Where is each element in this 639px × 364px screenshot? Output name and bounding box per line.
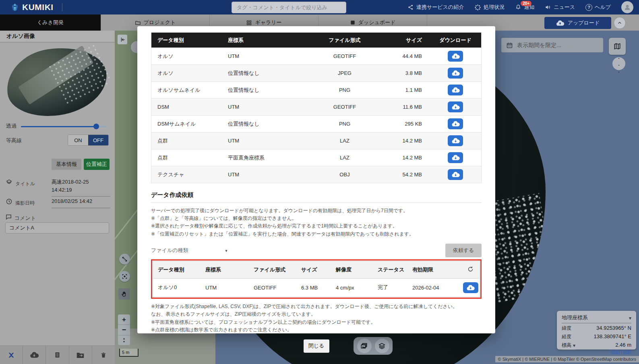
tab-label: くみき開発 [37,19,64,26]
cell-format: PNG [308,121,381,127]
col-data-type: データ種別 [153,266,201,273]
folder-export-icon [76,352,85,359]
kumiki-gem-icon [10,3,19,12]
cell-crs: UTM [222,172,308,178]
tab-workspace-active[interactable]: くみき開発 [0,14,101,31]
map-attribution: © SkymatiX | © MIERUNE | © MapTiler © Op… [495,356,639,362]
download-button[interactable] [448,169,463,180]
chevron-down-icon[interactable] [629,315,631,321]
date-filter[interactable] [501,38,603,52]
zoom-out-button[interactable]: − [118,325,130,335]
search-input[interactable] [232,2,346,13]
paren: ) [630,350,631,354]
cell-type: 点群 [151,137,222,145]
transform-tool-button[interactable] [119,254,130,265]
nav-label: ヘルプ [595,4,611,11]
download-button[interactable] [463,282,478,293]
skymatix-logo-button[interactable] [0,346,23,364]
nav-item-processing-status[interactable]: 処理状況 [474,4,505,11]
cell-crs: UTM [222,53,308,59]
collapse-header-button[interactable] [614,17,626,29]
cell-expiry: 2026-02-04 [407,285,461,291]
download-button[interactable] [448,152,463,163]
contour-toggle-off[interactable]: OFF [88,135,108,145]
report-tool-button[interactable] [46,346,69,364]
cell-size: 44.4 MB [381,53,429,59]
download-button[interactable] [448,135,463,146]
brand-logo[interactable]: KUMIKI [0,2,62,12]
nav-item-notifications[interactable]: 通知 20+ [515,4,534,11]
zoom-in-button[interactable]: + [118,314,130,325]
nav-item-news[interactable]: ニュース [545,4,575,11]
processing-gear-icon [474,4,481,11]
chevron-down-icon [573,343,575,348]
comment-label: コメント [14,215,36,222]
footnote: ※平面直角座標系については、プロフェッショナルプラン以上ご契約の場合にダウンロー… [151,318,482,326]
file-type-select[interactable]: ファイルの種類 [151,247,228,254]
map-more-options-button[interactable] [612,57,625,70]
gsj-link[interactable]: GSJ [612,350,620,354]
contour-toggle: ON OFF [68,134,109,146]
ortho-thumbnail[interactable] [5,44,110,120]
fit-extent-button[interactable] [119,271,130,282]
user-avatar[interactable] [621,1,633,13]
cell-type: DSMサムネイル [151,120,222,128]
move-folder-tool-button[interactable] [69,346,92,364]
download-button[interactable] [448,51,463,62]
nav-label: ニュース [554,4,575,11]
gsi-link[interactable]: GSI [623,350,630,354]
comment-input[interactable] [5,222,109,234]
cell-type: オルソサムネイル [151,87,222,94]
upload-button[interactable]: アップロード [544,17,611,29]
position-correction-button[interactable]: 位置補正 [84,159,110,170]
updown-icon [123,337,126,343]
tilt-updown-button[interactable] [118,335,130,345]
scale-value: 5 m [122,350,129,355]
basemap-toggle-button[interactable] [609,38,626,55]
delete-tool-button[interactable] [92,346,115,364]
skymatix-logo-icon [7,351,16,359]
sidebar-collapse-button[interactable] [118,35,127,44]
nav-item-partner-services[interactable]: 連携サービスの紹介 [407,4,464,11]
pan-hand-button[interactable] [118,288,130,300]
download-button[interactable] [448,68,463,79]
cell-size: 14.2 MB [381,138,429,144]
elevation-label: 標高 [562,342,571,349]
download-button[interactable] [448,85,463,95]
refresh-button[interactable] [461,266,480,274]
download-button[interactable] [448,101,463,112]
cell-format: GEOTIFF [308,53,381,59]
dashboard-icon [350,20,356,25]
date-filter-input[interactable] [517,42,594,48]
ortho-thumbnail-image [5,44,110,120]
cell-size: 6.3 MB [296,285,331,291]
request-button[interactable]: 依頼する [445,244,482,257]
cloud-upload-icon [556,20,564,26]
brand-name: KUMIKI [22,2,54,12]
opacity-slider-thumb[interactable] [93,124,99,129]
col-status: ステータス [373,266,407,273]
nav-label: 処理状況 [484,4,505,11]
cell-size: 54.2 MB [381,172,429,178]
map-scale-bar: 5 m [119,349,139,357]
elevation-select[interactable]: 標高 [562,342,575,350]
share-icon [407,4,414,10]
close-modal-button[interactable]: 閉じる [304,339,329,353]
cell-crs: 位置情報なし [222,70,308,77]
col-resolution: 解像度 [331,266,373,273]
cell-type: オルソ0 [153,284,201,291]
contour-toggle-on[interactable]: ON [68,135,88,145]
nav-item-help[interactable]: ? ヘルプ [585,4,611,11]
contour-label: 等高線 [6,137,22,144]
footnote: ※対象ファイル形式(Shapefile, LAS, CSV, DXF)は、ZIP… [151,303,482,310]
col-size: サイズ [296,266,331,273]
col-crs: 座標系 [222,37,308,44]
download-tool-button[interactable] [23,346,46,364]
coordinate-system-select[interactable]: 地理座標系 [562,314,588,321]
longitude-value: 138.3809741° E [594,333,631,339]
basic-info-button[interactable]: 基本情報 [52,159,81,170]
opacity-slider[interactable] [21,126,106,127]
cell-format: LAZ [308,155,381,161]
request-section-title: データ作成依頼 [151,191,482,199]
download-button[interactable] [448,118,463,129]
